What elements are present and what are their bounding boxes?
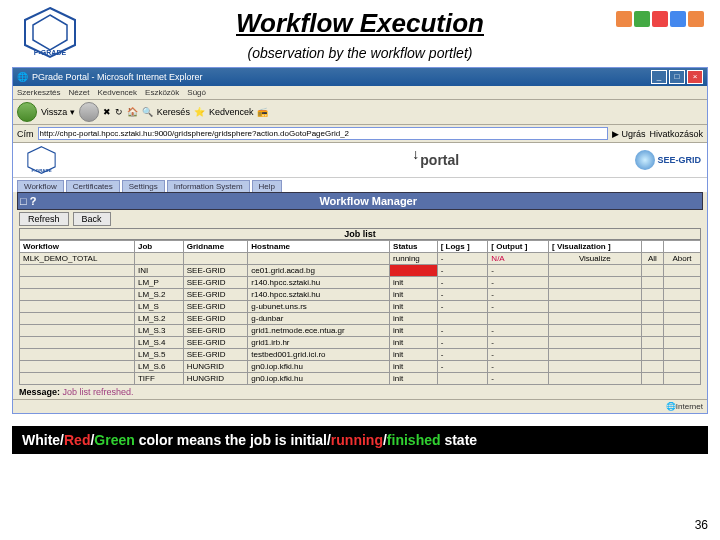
cell: HUNGRID	[183, 361, 248, 373]
stop-icon[interactable]: ✖	[103, 107, 111, 117]
cell	[248, 253, 390, 265]
home-icon[interactable]: 🏠	[127, 107, 138, 117]
cell	[664, 313, 701, 325]
svg-marker-1	[33, 15, 67, 50]
cell: running	[390, 265, 438, 277]
address-label: Cím	[17, 129, 34, 139]
visualize-button[interactable]: Visualize	[549, 253, 642, 265]
cell: LM_S	[134, 301, 183, 313]
menu-item[interactable]: Szerkesztés	[17, 88, 61, 97]
refresh-button[interactable]: Refresh	[19, 212, 69, 226]
table-row: LM_SSEE-GRIDg-ubunet.uns.rsinit--	[20, 301, 701, 313]
cell	[641, 337, 663, 349]
menu-item[interactable]: Eszközök	[145, 88, 179, 97]
close-button[interactable]: ×	[687, 70, 703, 84]
window-title: PGrade Portal - Microsoft Internet Explo…	[32, 72, 203, 82]
col-header: Job	[134, 241, 183, 253]
media-icon[interactable]: 📻	[257, 107, 268, 117]
back-button-page[interactable]: Back	[73, 212, 111, 226]
cell	[664, 337, 701, 349]
cell: LM_P	[134, 277, 183, 289]
refresh-icon[interactable]: ↻	[115, 107, 123, 117]
table-row-total: MLK_DEMO_TOTALrunning-N/AVisualizeAllAbo…	[20, 253, 701, 265]
cell: SEE-GRID	[183, 265, 248, 277]
cell	[549, 361, 642, 373]
address-input[interactable]	[38, 127, 608, 140]
cell: -	[437, 265, 488, 277]
arrow-down-icon: ↓	[412, 146, 419, 162]
go-button[interactable]: ▶ Ugrás	[612, 129, 646, 139]
cell: MLK_DEMO_TOTAL	[20, 253, 135, 265]
cell: init	[390, 301, 438, 313]
cell	[641, 325, 663, 337]
cell	[134, 253, 183, 265]
cell	[549, 337, 642, 349]
table-row: LM_S.6HUNGRIDgn0.iop.kfki.huinit--	[20, 361, 701, 373]
tab-workflow[interactable]: Workflow	[17, 180, 64, 192]
cell	[549, 325, 642, 337]
table-row: LM_S.3SEE-GRIDgrid1.netmode.ece.ntua.gri…	[20, 325, 701, 337]
maximize-button[interactable]: □	[669, 70, 685, 84]
cell: -	[488, 325, 549, 337]
table-row: LM_PSEE-GRIDr140.hpcc.sztaki.huinit--	[20, 277, 701, 289]
search-icon[interactable]: 🔍	[142, 107, 153, 117]
cell: running	[390, 253, 438, 265]
menu-item[interactable]: Nézet	[69, 88, 90, 97]
minimize-button[interactable]: _	[651, 70, 667, 84]
cell: r140.hpcc.sztaki.hu	[248, 289, 390, 301]
cell: g-dunbar	[248, 313, 390, 325]
cell	[437, 313, 488, 325]
cell	[641, 301, 663, 313]
abort-button[interactable]: Abort	[664, 253, 701, 265]
menu-item[interactable]: Súgó	[187, 88, 206, 97]
nav-toolbar: Vissza ▾ ✖ ↻ 🏠 🔍 Keresés ⭐ Kedvencek 📻	[13, 100, 707, 125]
all-button[interactable]: All	[641, 253, 663, 265]
cell: TIFF	[134, 373, 183, 385]
cell	[20, 337, 135, 349]
favorites-icon[interactable]: ⭐	[194, 107, 205, 117]
tab-help[interactable]: Help	[252, 180, 282, 192]
cell: -	[488, 349, 549, 361]
cell	[20, 325, 135, 337]
cell	[549, 289, 642, 301]
cell	[20, 301, 135, 313]
cell: init	[390, 337, 438, 349]
cell: -	[488, 265, 549, 277]
browser-titlebar: 🌐 PGrade Portal - Microsoft Internet Exp…	[13, 68, 707, 86]
cell: init	[390, 349, 438, 361]
cell	[183, 253, 248, 265]
forward-button[interactable]	[79, 102, 99, 122]
cell: init	[390, 373, 438, 385]
portal-label: ↓ portal	[420, 152, 459, 168]
cell: testbed001.grid.ici.ro	[248, 349, 390, 361]
cell	[20, 349, 135, 361]
col-header: Status	[390, 241, 438, 253]
legend-bar: White/Red/Green color means the job is i…	[12, 426, 708, 454]
table-row: LM_S.5SEE-GRIDtestbed001.grid.ici.roinit…	[20, 349, 701, 361]
table-row: LM_S.4SEE-GRIDgrid1.irb.hrinit--	[20, 337, 701, 349]
cell: LM_S.2	[134, 289, 183, 301]
cell	[664, 289, 701, 301]
tab-settings[interactable]: Settings	[122, 180, 165, 192]
cell	[549, 265, 642, 277]
zone-label: Internet	[676, 402, 703, 411]
cell: -	[437, 277, 488, 289]
cell: -	[437, 289, 488, 301]
cell	[664, 301, 701, 313]
cell: LM_S.2	[134, 313, 183, 325]
page-number: 36	[695, 518, 708, 532]
joblist-title: Job list	[19, 228, 701, 240]
tab-information[interactable]: Information System	[167, 180, 250, 192]
cell: init	[390, 277, 438, 289]
cell: HUNGRID	[183, 373, 248, 385]
cell	[549, 313, 642, 325]
menu-item[interactable]: Kedvencek	[97, 88, 137, 97]
tab-certificates[interactable]: Certificates	[66, 180, 120, 192]
back-button[interactable]	[17, 102, 37, 122]
favorites-label: Kedvencek	[209, 107, 254, 117]
col-header: Workflow	[20, 241, 135, 253]
table-row: INISEE-GRIDce01.grid.acad.bgrunning--	[20, 265, 701, 277]
cell: SEE-GRID	[183, 349, 248, 361]
browser-statusbar: 🌐 Internet	[13, 399, 707, 413]
cell: -	[437, 337, 488, 349]
